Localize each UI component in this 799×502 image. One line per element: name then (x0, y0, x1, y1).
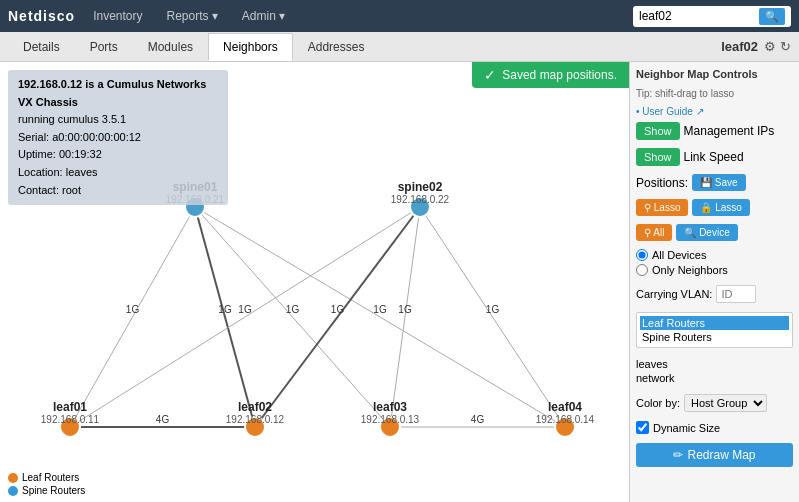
redraw-map-btn[interactable]: ✏ Redraw Map (636, 443, 793, 467)
topbar: Netdisco Inventory Reports ▾ Admin ▾ 🔍 (0, 0, 799, 32)
group-spine-routers[interactable]: Spine Routers (640, 330, 789, 344)
svg-text:4G: 4G (471, 414, 485, 425)
color-by-select[interactable]: Host Group (684, 394, 767, 412)
info-line-2: Uptime: 00:19:32 (18, 146, 218, 164)
legend-leaf: Leaf Routers (8, 472, 85, 483)
user-guide-link[interactable]: • User Guide ↗ (636, 106, 793, 117)
all-btn[interactable]: ⚲ All (636, 224, 672, 241)
svg-text:1G: 1G (126, 304, 140, 315)
svg-text:spine02: spine02 (398, 180, 443, 194)
tabs-bar: Details Ports Modules Neighbors Addresse… (0, 32, 799, 62)
svg-line-6 (195, 207, 565, 427)
linkspeed-label: Link Speed (684, 150, 744, 164)
svg-text:leaf02: leaf02 (238, 400, 272, 414)
legend-spine-label: Spine Routers (22, 485, 85, 496)
positions-row: Positions: 💾 Save (636, 174, 793, 191)
management-label: Management IPs (684, 124, 775, 138)
dynamic-size-label: Dynamic Size (653, 422, 720, 434)
color-row: Color by: Host Group (636, 394, 793, 412)
svg-text:1G: 1G (486, 304, 500, 315)
info-line-0: running cumulus 3.5.1 (18, 111, 218, 129)
map-controls-icon[interactable]: ⚙ (764, 39, 776, 54)
svg-text:192.168.0.22: 192.168.0.22 (391, 194, 450, 205)
tab-addresses[interactable]: Addresses (293, 33, 380, 60)
info-line-3: Location: leaves (18, 164, 218, 182)
lasso-btn-2[interactable]: 🔒 Lasso (692, 199, 749, 216)
node-spine02[interactable]: spine02192.168.0.22 (391, 180, 450, 217)
app-logo: Netdisco (8, 8, 75, 24)
nav-inventory[interactable]: Inventory (87, 9, 148, 23)
map-area[interactable]: ✓ Saved map positions. 192.168.0.12 is a… (0, 62, 629, 502)
svg-text:leaf01: leaf01 (53, 400, 87, 414)
filter-network[interactable]: network (636, 371, 793, 385)
search-wrap: 🔍 (633, 6, 791, 27)
panel-title: Neighbor Map Controls (636, 68, 793, 80)
radio-only-neighbors[interactable]: Only Neighbors (636, 264, 793, 276)
radio-all-devices[interactable]: All Devices (636, 249, 793, 261)
group-list[interactable]: Leaf Routers Spine Routers (636, 312, 793, 348)
node-leaf03[interactable]: leaf03192.168.0.13 (361, 400, 420, 437)
check-icon: ✓ (484, 67, 496, 83)
lasso-btn-1[interactable]: ⚲ Lasso (636, 199, 688, 216)
positions-save-btn[interactable]: 💾 Save (692, 174, 746, 191)
svg-text:leaf04: leaf04 (548, 400, 582, 414)
svg-text:192.168.0.11: 192.168.0.11 (41, 414, 100, 425)
svg-text:1G: 1G (331, 304, 345, 315)
svg-text:1G: 1G (286, 304, 300, 315)
saved-text: Saved map positions. (502, 68, 617, 82)
panel-tip: Tip: shift-drag to lasso (636, 87, 793, 101)
node-leaf02[interactable]: leaf02192.168.0.12 (226, 400, 285, 437)
nav-reports[interactable]: Reports ▾ (160, 9, 223, 23)
svg-text:leaf03: leaf03 (373, 400, 407, 414)
search-input[interactable] (639, 9, 759, 23)
svg-line-2 (195, 207, 255, 427)
device-info-box: 192.168.0.12 is a Cumulus Networks VX Ch… (8, 70, 228, 205)
svg-text:1G: 1G (238, 304, 252, 315)
svg-text:1G: 1G (373, 304, 387, 315)
tab-ports[interactable]: Ports (75, 33, 133, 60)
radio-group: All Devices Only Neighbors (636, 249, 793, 276)
svg-line-0 (70, 207, 195, 427)
filter-leaves[interactable]: leaves (636, 357, 793, 371)
node-leaf04[interactable]: leaf04192.168.0.14 (536, 400, 595, 437)
dynamic-size-row: Dynamic Size (636, 421, 793, 434)
show-linkspeed-row: Show Link Speed (636, 148, 793, 166)
search-button[interactable]: 🔍 (759, 8, 785, 25)
radio-neighbors-input[interactable] (636, 264, 648, 276)
vlan-label: Carrying VLAN: (636, 288, 712, 300)
vlan-input[interactable] (716, 285, 756, 303)
tab-details[interactable]: Details (8, 33, 75, 60)
positions-label: Positions: (636, 176, 688, 190)
right-panel: Neighbor Map Controls Tip: shift-drag to… (629, 62, 799, 502)
map-legend: Leaf Routers Spine Routers (8, 472, 85, 496)
saved-notice: ✓ Saved map positions. (472, 62, 629, 88)
svg-text:192.168.0.13: 192.168.0.13 (361, 414, 420, 425)
info-title: 192.168.0.12 is a Cumulus Networks VX Ch… (18, 76, 218, 111)
legend-leaf-label: Leaf Routers (22, 472, 79, 483)
show-management-btn[interactable]: Show (636, 122, 680, 140)
refresh-icon[interactable]: ↻ (780, 39, 791, 54)
radio-all-input[interactable] (636, 249, 648, 261)
legend-leaf-dot (8, 473, 18, 483)
svg-text:192.168.0.12: 192.168.0.12 (226, 414, 285, 425)
legend-spine-dot (8, 486, 18, 496)
tab-modules[interactable]: Modules (133, 33, 208, 60)
svg-text:1G: 1G (218, 304, 232, 315)
group-leaf-routers[interactable]: Leaf Routers (640, 316, 789, 330)
show-linkspeed-btn[interactable]: Show (636, 148, 680, 166)
vlan-row: Carrying VLAN: (636, 285, 793, 303)
info-line-1: Serial: a0:00:00:00:00:12 (18, 129, 218, 147)
nav-admin[interactable]: Admin ▾ (236, 9, 291, 23)
tab-neighbors[interactable]: Neighbors (208, 33, 293, 61)
show-management-row: Show Management IPs (636, 122, 793, 140)
node-leaf01[interactable]: leaf01192.168.0.11 (41, 400, 100, 437)
svg-text:1G: 1G (398, 304, 412, 315)
dynamic-size-checkbox[interactable] (636, 421, 649, 434)
main-layout: ✓ Saved map positions. 192.168.0.12 is a… (0, 62, 799, 502)
device-btn[interactable]: 🔍 Device (676, 224, 737, 241)
svg-line-14 (420, 207, 565, 427)
svg-text:4G: 4G (156, 414, 170, 425)
color-by-label: Color by: (636, 397, 680, 409)
all-device-row: ⚲ All 🔍 Device (636, 224, 793, 241)
lasso-row: ⚲ Lasso 🔒 Lasso (636, 199, 793, 216)
